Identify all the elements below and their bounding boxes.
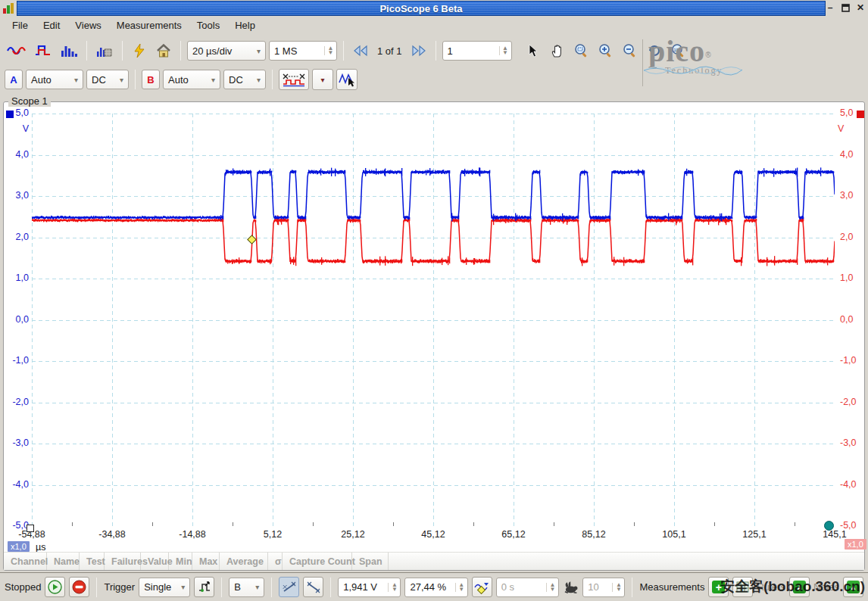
waveform-canvas[interactable] [32,114,835,526]
column-header-value[interactable]: Value [141,553,169,570]
column-header-name[interactable]: Name [47,553,80,570]
hand-pan-button[interactable] [547,40,568,61]
menu-views[interactable]: Views [67,18,108,33]
prev-buffer-icon [353,45,368,57]
zoom-in-icon [598,43,614,58]
trigger-delay-spinner: 0 s ▲▼ [496,578,559,597]
plot-area[interactable] [32,114,835,526]
trigger-mode-combo[interactable]: Single ▾ [139,578,190,597]
y-right-label: -4,0 [840,479,864,490]
minimize-button[interactable]: – [824,2,836,14]
column-header-σ[interactable]: σ [268,553,283,570]
menu-help[interactable]: Help [227,18,263,33]
spectrum-view-icon [60,44,78,58]
channel-a-range-value: Auto [31,74,70,86]
channel-a-axis-marker[interactable] [6,111,14,118]
advanced-trigger-button[interactable] [194,577,214,597]
channel-b-coupling-combo[interactable]: DC ▾ [223,70,266,89]
auto-setup-button[interactable] [129,40,150,61]
y-left-label: 4,0 [5,149,29,160]
scope-view-button[interactable] [5,40,29,61]
x-multiplier-right-badge[interactable]: x1,0 [845,539,866,550]
column-header-channel[interactable]: Channel [4,553,47,570]
pretrigger-spinner[interactable]: 27,44 % ▲▼ [404,578,467,597]
spin-down-icon[interactable]: ▼ [500,51,511,55]
capture-end-marker[interactable] [824,521,834,531]
trigger-marker-button[interactable] [472,577,492,597]
zoom-in-button[interactable] [595,40,617,61]
spin-down-icon: ▼ [613,587,624,592]
advanced-trigger-icon [198,581,211,594]
buffer-index-value: 1 [443,45,457,57]
digital-inputs-dropdown[interactable]: ▾ [312,69,333,90]
trigger-marker-icon [474,581,489,594]
menu-file[interactable]: File [5,18,36,33]
channel-b-axis-marker[interactable] [857,111,864,118]
column-header-span[interactable]: Span [352,553,389,570]
start-button[interactable] [45,577,65,597]
column-header-average[interactable]: Average [220,553,268,570]
x-multiplier-left-badge[interactable]: x1,0 [8,541,30,552]
chevron-down-icon: ▾ [320,76,324,84]
column-header-max[interactable]: Max [192,553,220,570]
column-header-failures[interactable]: Failures [105,553,141,570]
y-left-label: 0,0 [5,314,29,325]
picoscope-window: PicoScope 6 Beta – ✕ FileEditViewsMeasur… [0,0,868,601]
home-button[interactable] [153,40,174,61]
channel-a-coupling-combo[interactable]: DC ▾ [86,70,129,89]
separator [632,578,632,597]
rapid-trigger-rabbit-icon[interactable] [563,581,579,594]
buffer-index-spinner[interactable]: 1 ▲▼ [442,41,512,61]
pointer-tool-button[interactable] [523,40,544,61]
window-title: PicoScope 6 Beta [379,3,462,14]
channel-a-range-combo[interactable]: Auto ▾ [26,70,83,89]
falling-edge-button[interactable] [303,577,323,597]
next-buffer-button[interactable] [408,40,429,61]
measurements-table-header: ChannelNameTestFailuresValueMinMaxAverag… [4,552,864,570]
channel-b-range-combo[interactable]: Auto ▾ [163,70,220,89]
capture-state-label: Stopped [5,581,41,593]
probe-setup-button[interactable] [93,40,116,61]
math-channels-button[interactable] [336,69,358,90]
maximize-button[interactable] [839,2,851,14]
capture-count-value: 10 [583,581,603,593]
pico-logo-waves [644,62,742,79]
y-left-label: 2,0 [5,232,29,242]
trigger-source-combo[interactable]: B ▾ [229,578,264,597]
x-axis-label: -34,88 [98,529,125,540]
channel-b-button[interactable]: B [142,70,160,89]
samples-spinner[interactable]: 1 MS ▲▼ [269,41,337,61]
x-axis-label: 145,1 [823,529,846,540]
x-axis-label: 105,1 [662,529,685,540]
timebase-combo[interactable]: 20 µs/div ▾ [187,41,266,61]
trigger-threshold-spinner[interactable]: 1,941 V ▲▼ [338,578,401,597]
menu-edit[interactable]: Edit [36,18,67,33]
spin-down-icon[interactable]: ▼ [325,51,336,55]
menu-tools[interactable]: Tools [189,18,227,33]
rising-edge-button[interactable] [279,577,299,597]
persistence-view-icon [34,44,52,58]
prev-buffer-button[interactable] [350,40,371,61]
y-right-label: -3,0 [840,438,864,448]
pointer-icon [528,44,539,58]
zoom-out-button[interactable] [620,40,641,61]
menu-measurements[interactable]: Measurements [109,18,189,33]
axis-handle-marker[interactable] [27,525,34,532]
channel-a-button[interactable]: A [5,70,23,89]
marquee-zoom-button[interactable] [571,40,592,61]
persistence-view-button[interactable] [32,40,55,61]
close-button[interactable]: ✕ [854,2,866,14]
separator [642,39,643,86]
spin-down-icon[interactable]: ▼ [389,587,400,592]
spin-down-icon[interactable]: ▼ [456,587,467,592]
digital-inputs-button[interactable] [279,69,309,90]
x-axis-label: 25,12 [341,529,364,540]
spectrum-view-button[interactable] [58,40,80,61]
column-header-capture-count[interactable]: Capture Count [283,553,352,570]
title-strip[interactable]: PicoScope 6 Beta [17,1,826,16]
chevron-down-icon: ▾ [255,583,259,591]
column-header-min[interactable]: Min [169,553,192,570]
column-header-test[interactable]: Test [80,553,105,570]
stop-icon [72,580,86,594]
stop-button[interactable] [69,577,89,597]
